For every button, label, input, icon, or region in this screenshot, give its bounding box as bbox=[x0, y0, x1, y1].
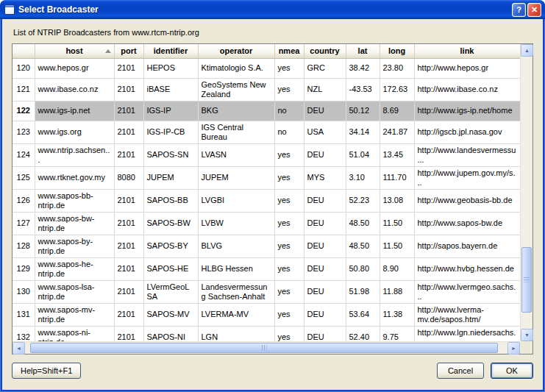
table-row[interactable]: 124www.ntrip.sachsen...2101SAPOS-SNLVASN… bbox=[13, 143, 520, 166]
cell-link: http://sapos.bayern.de bbox=[414, 235, 520, 257]
cell-lat: 51.98 bbox=[346, 280, 380, 303]
column-header-host[interactable]: host bbox=[35, 44, 114, 58]
vertical-scrollbar[interactable]: ▲ ▼ bbox=[520, 44, 532, 341]
table-row[interactable]: 120www.hepos.gr2101HEPOSKtimatologio S.A… bbox=[13, 58, 520, 78]
row-number: 128 bbox=[13, 235, 35, 257]
dialog-button-row: Help=Shift+F1 Cancel OK bbox=[12, 363, 533, 379]
scroll-up-icon[interactable]: ▲ bbox=[521, 44, 533, 57]
cell-lat: 48.50 bbox=[346, 212, 380, 235]
cell-identifier: SAPOS-BY bbox=[143, 235, 198, 257]
cell-port: 2101 bbox=[114, 257, 143, 280]
cell-country: DEU bbox=[304, 101, 346, 121]
cell-link: http://www.jupem.gov.my/s... bbox=[414, 166, 520, 189]
cell-lat: 38.42 bbox=[346, 58, 380, 78]
cell-identifier: SAPOS-SN bbox=[143, 143, 198, 166]
column-header-long[interactable]: long bbox=[380, 44, 414, 58]
table-row[interactable]: 131www.sapos-mv-ntrip.de2101SAPOS-MVLVER… bbox=[13, 303, 520, 326]
table-row[interactable]: 123www.igs.org2101IGS-IP-CBIGS Central B… bbox=[13, 121, 520, 143]
horizontal-scroll-thumb[interactable] bbox=[30, 343, 498, 353]
column-header-link[interactable]: link bbox=[414, 44, 520, 58]
table-row[interactable]: 130www.sapos-lsa-ntrip.de2101LVermGeoLSA… bbox=[13, 280, 520, 303]
row-number: 129 bbox=[13, 257, 35, 280]
column-header-label: port bbox=[121, 46, 136, 55]
cell-long: 8.69 bbox=[380, 101, 414, 121]
row-number: 132 bbox=[13, 326, 35, 341]
cell-host: www.igs-ip.net bbox=[35, 101, 114, 121]
titlebar[interactable]: Select Broadcaster ? ✕ bbox=[0, 0, 545, 19]
column-header-country[interactable]: country bbox=[304, 44, 346, 58]
cell-link: http://www.hvbg.hessen.de bbox=[414, 257, 520, 280]
cancel-button[interactable]: Cancel bbox=[437, 363, 484, 379]
broadcaster-list-caption: List of NTRIP Broadcasters from www.rtcm… bbox=[13, 28, 533, 37]
cell-nmea: yes bbox=[274, 166, 304, 189]
cell-nmea: yes bbox=[274, 235, 304, 257]
cell-long: 8.90 bbox=[380, 257, 414, 280]
table-row[interactable]: 128www.sapos-by-ntrip.de2101SAPOS-BYBLVG… bbox=[13, 235, 520, 257]
column-header-identifier[interactable]: identifier bbox=[143, 44, 198, 58]
cell-nmea: yes bbox=[274, 189, 304, 212]
row-number: 120 bbox=[13, 58, 35, 78]
dialog-body: List of NTRIP Broadcasters from www.rtcm… bbox=[2, 19, 543, 390]
cell-long: 11.50 bbox=[380, 235, 414, 257]
table-row[interactable]: 127www.sapos-bw-ntrip.de2101SAPOS-BWLVBW… bbox=[13, 212, 520, 235]
context-help-button[interactable]: ? bbox=[512, 3, 526, 17]
window-title: Select Broadcaster bbox=[18, 4, 512, 15]
cell-lat: 52.40 bbox=[346, 326, 380, 341]
sort-ascending-icon bbox=[105, 49, 111, 53]
table-row[interactable]: 121www.ibase.co.nz2101iBASEGeoSystems Ne… bbox=[13, 78, 520, 101]
cell-lat: 51.04 bbox=[346, 143, 380, 166]
cell-host: www.sapos-bw-ntrip.de bbox=[35, 212, 114, 235]
cell-long: 23.80 bbox=[380, 58, 414, 78]
column-header-label: country bbox=[310, 46, 339, 55]
column-header-lat[interactable]: lat bbox=[346, 44, 380, 58]
table-row[interactable]: 122www.igs-ip.net2101IGS-IPBKGnoDEU50.12… bbox=[13, 101, 520, 121]
cell-operator: IGS Central Bureau bbox=[198, 121, 274, 143]
window-icon bbox=[4, 4, 15, 15]
cell-nmea: yes bbox=[274, 257, 304, 280]
cell-link: http://www.lvermgeo.sachs... bbox=[414, 280, 520, 303]
cell-operator: LGN bbox=[198, 326, 274, 341]
column-header-num[interactable] bbox=[13, 44, 35, 58]
cell-link: http://www.hepos.gr bbox=[414, 58, 520, 78]
table-row[interactable]: 125www.rtknet.gov.my8080JUPEMJUPEMyesMYS… bbox=[13, 166, 520, 189]
scroll-right-icon[interactable]: ► bbox=[507, 342, 520, 354]
row-number: 121 bbox=[13, 78, 35, 101]
cell-operator: HLBG Hessen bbox=[198, 257, 274, 280]
cell-link: http://www.geobasis-bb.de bbox=[414, 189, 520, 212]
vertical-scroll-track[interactable] bbox=[521, 57, 532, 329]
table-row[interactable]: 129www.sapos-he-ntrip.de2101SAPOS-HEHLBG… bbox=[13, 257, 520, 280]
cell-country: DEU bbox=[304, 212, 346, 235]
row-number: 123 bbox=[13, 121, 35, 143]
cell-country: NZL bbox=[304, 78, 346, 101]
cell-operator: Landesvermessung Sachsen-Anhalt bbox=[198, 280, 274, 303]
cell-lat: 53.64 bbox=[346, 303, 380, 326]
ok-button[interactable]: OK bbox=[491, 363, 533, 379]
cell-country: DEU bbox=[304, 143, 346, 166]
scroll-left-icon[interactable]: ◄ bbox=[13, 342, 25, 354]
cell-lat: 50.80 bbox=[346, 257, 380, 280]
column-header-nmea[interactable]: nmea bbox=[274, 44, 304, 58]
horizontal-scroll-track[interactable] bbox=[25, 342, 507, 354]
column-header-operator[interactable]: operator bbox=[198, 44, 274, 58]
column-header-port[interactable]: port bbox=[114, 44, 143, 58]
cell-port: 8080 bbox=[114, 166, 143, 189]
column-header-label: operator bbox=[220, 46, 253, 55]
cell-host: www.ntrip.sachsen... bbox=[35, 143, 114, 166]
scroll-down-icon[interactable]: ▼ bbox=[521, 329, 533, 341]
cell-host: www.rtknet.gov.my bbox=[35, 166, 114, 189]
vertical-scroll-thumb[interactable] bbox=[521, 247, 532, 313]
cell-host: www.sapos-mv-ntrip.de bbox=[35, 303, 114, 326]
close-icon[interactable]: ✕ bbox=[527, 3, 541, 17]
horizontal-scrollbar[interactable]: ◄ ► bbox=[13, 341, 520, 354]
table-header-row: hostportidentifieroperatornmeacountrylat… bbox=[13, 44, 520, 58]
help-shortcut-button[interactable]: Help=Shift+F1 bbox=[12, 363, 81, 379]
table-row[interactable]: 132www.sapos-ni-ntrip.de2101SAPOS-NILGNy… bbox=[13, 326, 520, 341]
cell-port: 2101 bbox=[114, 280, 143, 303]
cell-identifier: SAPOS-BB bbox=[143, 189, 198, 212]
cell-host: www.ibase.co.nz bbox=[35, 78, 114, 101]
cell-operator: GeoSystems New Zealand bbox=[198, 78, 274, 101]
cell-port: 2101 bbox=[114, 101, 143, 121]
table-row[interactable]: 126www.sapos-bb-ntrip.de2101SAPOS-BBLVGB… bbox=[13, 189, 520, 212]
cell-identifier: IGS-IP-CB bbox=[143, 121, 198, 143]
cell-long: 9.75 bbox=[380, 326, 414, 341]
